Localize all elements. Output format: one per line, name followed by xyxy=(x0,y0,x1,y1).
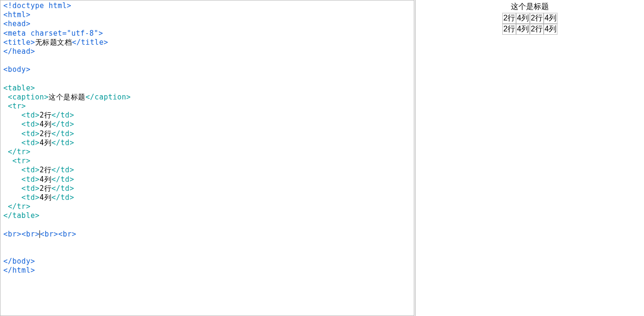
code-token: <br> xyxy=(58,230,76,238)
code-token: </td> xyxy=(51,120,74,128)
code-token: <caption> xyxy=(3,93,49,101)
code-line[interactable] xyxy=(3,248,411,257)
code-token: > xyxy=(98,29,103,38)
code-line[interactable]: <tr> xyxy=(3,157,411,166)
code-token: </caption> xyxy=(86,93,131,101)
preview-table-caption: 这个是标题 xyxy=(502,2,557,13)
code-token: </head> xyxy=(3,47,35,56)
table-row: 2行4列2行4列 xyxy=(502,24,557,35)
code-token: <br> xyxy=(40,230,58,238)
code-token: </td> xyxy=(51,193,74,202)
code-token: charset= xyxy=(30,29,67,38)
code-line[interactable]: <meta charset="utf-8"> xyxy=(3,29,411,38)
code-token: <tr> xyxy=(3,157,30,165)
code-token: 4列 xyxy=(39,193,51,202)
code-token: 4列 xyxy=(39,138,51,147)
code-token: <br> xyxy=(3,230,21,238)
code-line[interactable]: <caption>这个是标题</caption> xyxy=(3,93,411,102)
code-token: </html> xyxy=(3,266,35,275)
code-token: 无标题文档 xyxy=(35,38,72,47)
code-line[interactable]: <body> xyxy=(3,65,411,74)
code-token: 4列 xyxy=(39,120,51,128)
preview-table: 这个是标题 2行4列2行4列2行4列2行4列 xyxy=(502,2,557,35)
code-token: </td> xyxy=(51,184,74,193)
code-line[interactable]: </tr> xyxy=(3,148,411,157)
code-line[interactable] xyxy=(3,75,411,84)
table-cell: 2行 xyxy=(530,24,544,35)
code-token: </td> xyxy=(51,138,74,147)
code-line[interactable]: <title>无标题文档</title> xyxy=(3,38,411,47)
code-token: <body> xyxy=(3,65,30,74)
code-line[interactable] xyxy=(3,221,411,230)
code-line[interactable] xyxy=(3,56,411,65)
code-line[interactable]: </body> xyxy=(3,257,411,266)
code-token: "utf-8" xyxy=(67,29,98,38)
table-cell: 2行 xyxy=(502,24,516,35)
code-token: <meta xyxy=(3,29,30,38)
table-cell: 2行 xyxy=(502,13,516,24)
code-token: <title> xyxy=(3,38,35,47)
code-line[interactable]: </head> xyxy=(3,47,411,56)
code-token: <td> xyxy=(3,120,39,128)
code-line[interactable]: </tr> xyxy=(3,202,411,211)
code-token: <td> xyxy=(3,166,39,174)
table-row: 2行4列2行4列 xyxy=(502,13,557,24)
code-token: 4列 xyxy=(39,175,51,184)
code-line[interactable]: <table> xyxy=(3,84,411,93)
code-token: <head> xyxy=(3,20,30,28)
code-line[interactable]: <html> xyxy=(3,10,411,20)
code-line[interactable]: <br><br><br><br> xyxy=(3,230,411,239)
code-token: 2行 xyxy=(39,111,51,119)
code-line[interactable]: </html> xyxy=(3,266,411,275)
code-token: </tr> xyxy=(3,148,30,156)
code-token: <td> xyxy=(3,184,39,193)
code-token: <td> xyxy=(3,193,39,202)
table-cell: 4列 xyxy=(544,24,557,35)
code-token: </table> xyxy=(3,211,39,220)
code-token: <td> xyxy=(3,138,39,147)
code-line[interactable] xyxy=(3,239,411,248)
code-line[interactable]: <td>2行</td> xyxy=(3,129,411,138)
code-token: </td> xyxy=(51,111,74,119)
code-token: <td> xyxy=(3,111,39,119)
code-token: <!doctype html> xyxy=(3,1,71,10)
code-token: </tr> xyxy=(3,202,30,211)
code-line[interactable]: <td>4列</td> xyxy=(3,193,411,202)
code-token: 2行 xyxy=(39,129,51,138)
code-token: </td> xyxy=(51,129,74,138)
code-line[interactable]: <!doctype html> xyxy=(3,1,411,10)
code-line[interactable]: <tr> xyxy=(3,102,411,111)
code-token: <td> xyxy=(3,129,39,138)
code-line[interactable]: <td>4列</td> xyxy=(3,138,411,148)
code-token: <td> xyxy=(3,175,39,184)
code-token: 这个是标题 xyxy=(49,93,86,101)
code-token: 2行 xyxy=(39,184,51,193)
code-line[interactable]: </table> xyxy=(3,211,411,220)
code-token: <tr> xyxy=(3,102,26,110)
table-cell: 4列 xyxy=(544,13,557,24)
table-cell: 4列 xyxy=(516,24,530,35)
code-token: 2行 xyxy=(39,166,51,174)
code-token: </td> xyxy=(51,166,74,174)
code-line[interactable]: <td>4列</td> xyxy=(3,120,411,129)
preview-pane: 这个是标题 2行4列2行4列2行4列2行4列 xyxy=(416,0,644,316)
code-token: <table> xyxy=(3,84,35,92)
code-token: <br> xyxy=(21,230,39,238)
code-line[interactable]: <td>4列</td> xyxy=(3,175,411,184)
code-token: </body> xyxy=(3,257,35,266)
code-token: <html> xyxy=(3,10,30,19)
code-line[interactable]: <head> xyxy=(3,20,411,29)
code-line[interactable]: <td>2行</td> xyxy=(3,111,411,120)
table-cell: 4列 xyxy=(516,13,530,24)
table-cell: 2行 xyxy=(530,13,544,24)
code-token: </title> xyxy=(72,38,108,47)
code-line[interactable]: <td>2行</td> xyxy=(3,166,411,175)
code-editor-pane[interactable]: <!doctype html><html><head><meta charset… xyxy=(0,0,414,316)
code-line[interactable]: <td>2行</td> xyxy=(3,184,411,193)
code-token: </td> xyxy=(51,175,74,184)
